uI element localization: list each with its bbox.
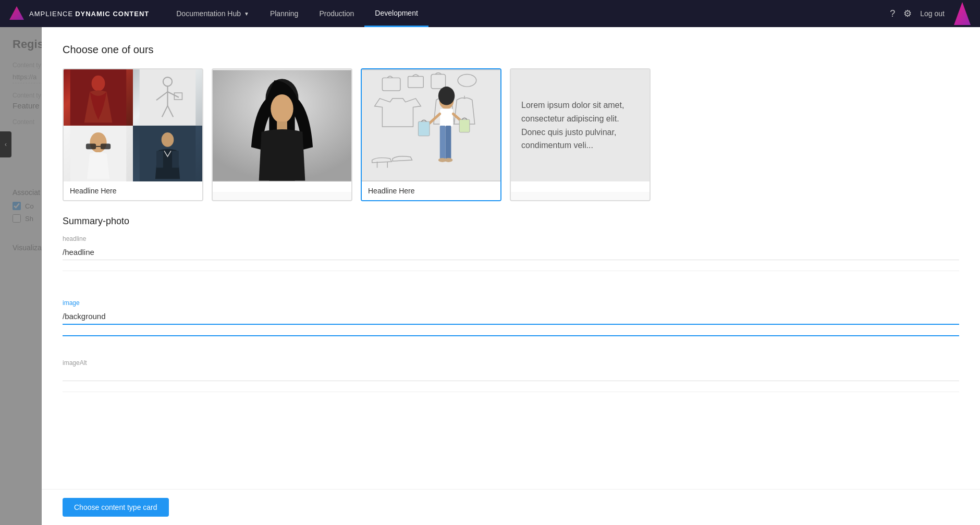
sketch-container [362, 69, 500, 181]
card-text[interactable]: Lorem ipsum dolor sit amet, consectetur … [510, 68, 651, 201]
sunglasses-woman-icon [64, 126, 133, 182]
field-group-imagealt: imageAlt [63, 359, 959, 392]
svg-marker-1 [954, 2, 971, 25]
photo-grid [64, 69, 202, 181]
brand-corner-icon [953, 0, 972, 27]
brand-icon [8, 5, 25, 22]
field-value-headline: /headline [63, 245, 959, 260]
photo-cell-4 [133, 126, 202, 182]
field-value-image[interactable]: /background [63, 309, 959, 325]
portrait-background [213, 69, 351, 181]
settings-button[interactable]: ⚙ [903, 8, 912, 19]
card-image-area-4: Lorem ipsum dolor sit amet, consectetur … [511, 69, 650, 181]
brand-name-dynamic: DYNAMIC CONTENT [75, 10, 149, 18]
background-page: Registe Content ty https://a Content ty … [0, 27, 980, 525]
svg-point-43 [445, 158, 453, 162]
svg-rect-19 [156, 151, 163, 167]
svg-point-13 [90, 132, 106, 152]
nav-item-development[interactable]: Development [364, 0, 428, 27]
brand-name-amplience: AMPLIENCE [29, 10, 73, 18]
svg-rect-35 [440, 108, 454, 126]
shopping-sketch-icon [362, 69, 500, 181]
card-label-3: Headline Here [362, 181, 500, 200]
field-label-imagealt: imageAlt [63, 359, 959, 367]
field-label-headline: headline [63, 235, 959, 242]
choose-content-type-card-button[interactable]: Choose content type card [63, 498, 169, 517]
nav-item-documentation[interactable]: Documentation Hub ▼ [166, 0, 260, 27]
svg-rect-15 [101, 143, 111, 149]
svg-rect-41 [459, 119, 470, 132]
svg-rect-20 [172, 151, 179, 167]
field-value-imagealt[interactable] [63, 369, 959, 381]
photo-cell-2 [133, 69, 202, 126]
section-title: Summary-photo [63, 216, 959, 227]
field-label-image: image [63, 299, 959, 307]
modal-title: Choose one of ours [63, 44, 959, 56]
svg-rect-36 [440, 126, 446, 159]
svg-rect-14 [86, 143, 96, 149]
gear-icon: ⚙ [903, 8, 912, 19]
nav-item-production[interactable]: Production [309, 0, 364, 27]
field-group-image: image /background [63, 299, 959, 336]
svg-rect-37 [446, 126, 451, 159]
svg-rect-40 [418, 121, 430, 136]
svg-point-24 [271, 94, 293, 123]
photo-cell-1 [64, 69, 133, 126]
card-shopping[interactable]: Headline Here [361, 68, 501, 201]
card-image-area-1 [64, 69, 202, 181]
sketch-shopper-icon [133, 69, 202, 126]
card-image-area-3 [362, 69, 500, 181]
modal-panel: Choose one of ours [42, 27, 980, 525]
fashion-woman-icon [64, 69, 133, 126]
help-button[interactable]: ? [890, 8, 895, 19]
help-icon: ? [890, 8, 895, 19]
text-card-content: Lorem ipsum dolor sit amet, consectetur … [511, 69, 650, 181]
form-section: Summary-photo headline /headline image /… [63, 216, 959, 392]
card-photo-grid[interactable]: Headline Here [63, 68, 203, 201]
photo-cell-3 [64, 126, 133, 182]
top-navigation: AMPLIENCE DYNAMIC CONTENT Documentation … [0, 0, 980, 27]
svg-point-34 [438, 87, 455, 105]
svg-point-3 [92, 76, 105, 91]
field-group-headline: headline /headline [63, 235, 959, 271]
bottom-bar: Choose content type card [42, 489, 980, 525]
card-portrait[interactable] [212, 68, 352, 201]
cards-row: Headline Here [63, 68, 959, 201]
nav-items: Documentation Hub ▼ Planning Production … [166, 0, 890, 27]
card-label-4 [511, 181, 650, 192]
svg-point-18 [162, 132, 174, 146]
logout-button[interactable]: Log out [920, 9, 945, 18]
svg-marker-0 [9, 6, 24, 20]
chevron-down-icon: ▼ [244, 11, 249, 17]
nav-right: ? ⚙ Log out [890, 0, 972, 27]
card-label-2 [213, 181, 351, 192]
portrait-figure-icon [213, 69, 351, 181]
nav-item-planning[interactable]: Planning [260, 0, 309, 27]
suited-man-icon [133, 126, 202, 182]
card-image-area-2 [213, 69, 351, 181]
text-card-text: Lorem ipsum dolor sit amet, consectetur … [521, 99, 639, 152]
card-label-1: Headline Here [64, 181, 202, 200]
brand-logo: AMPLIENCE DYNAMIC CONTENT [8, 5, 149, 22]
